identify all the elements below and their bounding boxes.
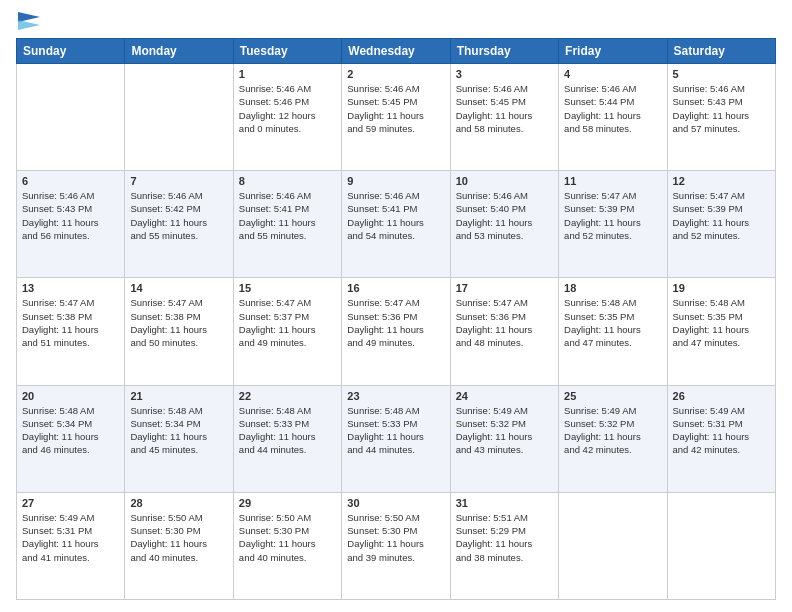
calendar-cell: 12Sunrise: 5:47 AMSunset: 5:39 PMDayligh… bbox=[667, 171, 775, 278]
calendar-cell: 22Sunrise: 5:48 AMSunset: 5:33 PMDayligh… bbox=[233, 385, 341, 492]
day-number: 4 bbox=[564, 68, 661, 80]
calendar-week-1: 1Sunrise: 5:46 AMSunset: 5:46 PMDaylight… bbox=[17, 64, 776, 171]
day-number: 20 bbox=[22, 390, 119, 402]
day-info: Sunrise: 5:46 AMSunset: 5:44 PMDaylight:… bbox=[564, 82, 661, 135]
day-info: Sunrise: 5:47 AMSunset: 5:39 PMDaylight:… bbox=[564, 189, 661, 242]
day-info: Sunrise: 5:46 AMSunset: 5:43 PMDaylight:… bbox=[22, 189, 119, 242]
calendar-header-monday: Monday bbox=[125, 39, 233, 64]
day-info: Sunrise: 5:50 AMSunset: 5:30 PMDaylight:… bbox=[347, 511, 444, 564]
calendar-header-friday: Friday bbox=[559, 39, 667, 64]
calendar-week-5: 27Sunrise: 5:49 AMSunset: 5:31 PMDayligh… bbox=[17, 492, 776, 599]
calendar-cell: 21Sunrise: 5:48 AMSunset: 5:34 PMDayligh… bbox=[125, 385, 233, 492]
calendar-cell: 30Sunrise: 5:50 AMSunset: 5:30 PMDayligh… bbox=[342, 492, 450, 599]
calendar-week-2: 6Sunrise: 5:46 AMSunset: 5:43 PMDaylight… bbox=[17, 171, 776, 278]
day-info: Sunrise: 5:46 AMSunset: 5:40 PMDaylight:… bbox=[456, 189, 553, 242]
calendar-cell: 20Sunrise: 5:48 AMSunset: 5:34 PMDayligh… bbox=[17, 385, 125, 492]
day-info: Sunrise: 5:48 AMSunset: 5:35 PMDaylight:… bbox=[564, 296, 661, 349]
day-info: Sunrise: 5:48 AMSunset: 5:33 PMDaylight:… bbox=[347, 404, 444, 457]
calendar-cell: 15Sunrise: 5:47 AMSunset: 5:37 PMDayligh… bbox=[233, 278, 341, 385]
day-info: Sunrise: 5:48 AMSunset: 5:33 PMDaylight:… bbox=[239, 404, 336, 457]
day-number: 7 bbox=[130, 175, 227, 187]
day-number: 25 bbox=[564, 390, 661, 402]
calendar-week-4: 20Sunrise: 5:48 AMSunset: 5:34 PMDayligh… bbox=[17, 385, 776, 492]
day-info: Sunrise: 5:50 AMSunset: 5:30 PMDaylight:… bbox=[239, 511, 336, 564]
calendar-cell: 26Sunrise: 5:49 AMSunset: 5:31 PMDayligh… bbox=[667, 385, 775, 492]
calendar-header-row: SundayMondayTuesdayWednesdayThursdayFrid… bbox=[17, 39, 776, 64]
calendar-cell: 23Sunrise: 5:48 AMSunset: 5:33 PMDayligh… bbox=[342, 385, 450, 492]
header bbox=[16, 12, 776, 30]
calendar-cell: 24Sunrise: 5:49 AMSunset: 5:32 PMDayligh… bbox=[450, 385, 558, 492]
day-info: Sunrise: 5:47 AMSunset: 5:37 PMDaylight:… bbox=[239, 296, 336, 349]
day-info: Sunrise: 5:47 AMSunset: 5:36 PMDaylight:… bbox=[456, 296, 553, 349]
calendar-cell: 5Sunrise: 5:46 AMSunset: 5:43 PMDaylight… bbox=[667, 64, 775, 171]
day-info: Sunrise: 5:49 AMSunset: 5:32 PMDaylight:… bbox=[456, 404, 553, 457]
day-info: Sunrise: 5:46 AMSunset: 5:41 PMDaylight:… bbox=[347, 189, 444, 242]
calendar-cell: 25Sunrise: 5:49 AMSunset: 5:32 PMDayligh… bbox=[559, 385, 667, 492]
calendar-cell: 17Sunrise: 5:47 AMSunset: 5:36 PMDayligh… bbox=[450, 278, 558, 385]
calendar-cell: 18Sunrise: 5:48 AMSunset: 5:35 PMDayligh… bbox=[559, 278, 667, 385]
calendar-cell: 27Sunrise: 5:49 AMSunset: 5:31 PMDayligh… bbox=[17, 492, 125, 599]
calendar-cell: 9Sunrise: 5:46 AMSunset: 5:41 PMDaylight… bbox=[342, 171, 450, 278]
day-number: 3 bbox=[456, 68, 553, 80]
calendar-cell: 8Sunrise: 5:46 AMSunset: 5:41 PMDaylight… bbox=[233, 171, 341, 278]
day-info: Sunrise: 5:47 AMSunset: 5:38 PMDaylight:… bbox=[22, 296, 119, 349]
calendar-cell: 10Sunrise: 5:46 AMSunset: 5:40 PMDayligh… bbox=[450, 171, 558, 278]
day-number: 23 bbox=[347, 390, 444, 402]
day-number: 30 bbox=[347, 497, 444, 509]
day-number: 27 bbox=[22, 497, 119, 509]
day-number: 17 bbox=[456, 282, 553, 294]
day-info: Sunrise: 5:46 AMSunset: 5:45 PMDaylight:… bbox=[347, 82, 444, 135]
calendar-cell bbox=[125, 64, 233, 171]
day-number: 16 bbox=[347, 282, 444, 294]
logo bbox=[16, 12, 40, 30]
day-number: 11 bbox=[564, 175, 661, 187]
day-number: 5 bbox=[673, 68, 770, 80]
day-info: Sunrise: 5:46 AMSunset: 5:45 PMDaylight:… bbox=[456, 82, 553, 135]
day-number: 6 bbox=[22, 175, 119, 187]
day-info: Sunrise: 5:46 AMSunset: 5:46 PMDaylight:… bbox=[239, 82, 336, 135]
calendar-cell: 28Sunrise: 5:50 AMSunset: 5:30 PMDayligh… bbox=[125, 492, 233, 599]
calendar-cell: 11Sunrise: 5:47 AMSunset: 5:39 PMDayligh… bbox=[559, 171, 667, 278]
calendar-header-thursday: Thursday bbox=[450, 39, 558, 64]
calendar-cell: 1Sunrise: 5:46 AMSunset: 5:46 PMDaylight… bbox=[233, 64, 341, 171]
day-number: 31 bbox=[456, 497, 553, 509]
calendar-cell bbox=[667, 492, 775, 599]
day-info: Sunrise: 5:47 AMSunset: 5:39 PMDaylight:… bbox=[673, 189, 770, 242]
calendar-cell: 3Sunrise: 5:46 AMSunset: 5:45 PMDaylight… bbox=[450, 64, 558, 171]
calendar-cell bbox=[17, 64, 125, 171]
day-info: Sunrise: 5:49 AMSunset: 5:31 PMDaylight:… bbox=[22, 511, 119, 564]
calendar-cell: 2Sunrise: 5:46 AMSunset: 5:45 PMDaylight… bbox=[342, 64, 450, 171]
calendar-cell: 14Sunrise: 5:47 AMSunset: 5:38 PMDayligh… bbox=[125, 278, 233, 385]
day-number: 22 bbox=[239, 390, 336, 402]
calendar-header-sunday: Sunday bbox=[17, 39, 125, 64]
day-number: 12 bbox=[673, 175, 770, 187]
day-number: 19 bbox=[673, 282, 770, 294]
day-number: 15 bbox=[239, 282, 336, 294]
calendar-week-3: 13Sunrise: 5:47 AMSunset: 5:38 PMDayligh… bbox=[17, 278, 776, 385]
day-number: 26 bbox=[673, 390, 770, 402]
day-number: 8 bbox=[239, 175, 336, 187]
day-info: Sunrise: 5:48 AMSunset: 5:35 PMDaylight:… bbox=[673, 296, 770, 349]
calendar-cell: 31Sunrise: 5:51 AMSunset: 5:29 PMDayligh… bbox=[450, 492, 558, 599]
page: SundayMondayTuesdayWednesdayThursdayFrid… bbox=[0, 0, 792, 612]
day-number: 1 bbox=[239, 68, 336, 80]
day-info: Sunrise: 5:49 AMSunset: 5:31 PMDaylight:… bbox=[673, 404, 770, 457]
day-info: Sunrise: 5:48 AMSunset: 5:34 PMDaylight:… bbox=[22, 404, 119, 457]
day-info: Sunrise: 5:48 AMSunset: 5:34 PMDaylight:… bbox=[130, 404, 227, 457]
svg-marker-1 bbox=[18, 20, 40, 30]
calendar-cell bbox=[559, 492, 667, 599]
calendar-cell: 7Sunrise: 5:46 AMSunset: 5:42 PMDaylight… bbox=[125, 171, 233, 278]
calendar-cell: 4Sunrise: 5:46 AMSunset: 5:44 PMDaylight… bbox=[559, 64, 667, 171]
day-number: 10 bbox=[456, 175, 553, 187]
calendar-header-wednesday: Wednesday bbox=[342, 39, 450, 64]
day-info: Sunrise: 5:51 AMSunset: 5:29 PMDaylight:… bbox=[456, 511, 553, 564]
day-number: 21 bbox=[130, 390, 227, 402]
day-number: 18 bbox=[564, 282, 661, 294]
calendar-cell: 19Sunrise: 5:48 AMSunset: 5:35 PMDayligh… bbox=[667, 278, 775, 385]
day-number: 13 bbox=[22, 282, 119, 294]
day-info: Sunrise: 5:50 AMSunset: 5:30 PMDaylight:… bbox=[130, 511, 227, 564]
calendar-cell: 13Sunrise: 5:47 AMSunset: 5:38 PMDayligh… bbox=[17, 278, 125, 385]
day-number: 14 bbox=[130, 282, 227, 294]
day-info: Sunrise: 5:47 AMSunset: 5:36 PMDaylight:… bbox=[347, 296, 444, 349]
day-info: Sunrise: 5:47 AMSunset: 5:38 PMDaylight:… bbox=[130, 296, 227, 349]
